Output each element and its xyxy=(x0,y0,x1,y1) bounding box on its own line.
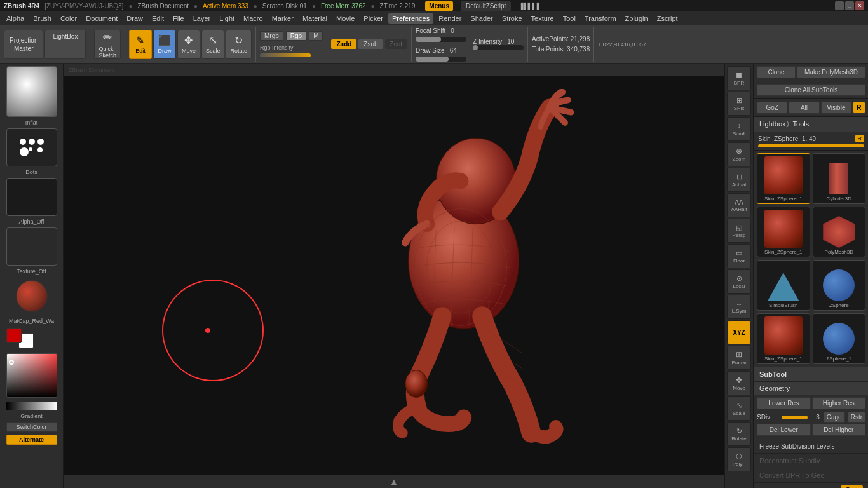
xyz-button[interactable]: XYZ xyxy=(727,320,751,344)
menu-marker[interactable]: Marker xyxy=(268,13,297,24)
switch-color-button[interactable]: SwitchColor xyxy=(6,422,57,432)
bottom-expand-button[interactable]: ▲ xyxy=(390,477,398,487)
smt-button[interactable]: Smt xyxy=(841,485,863,488)
menu-brush[interactable]: Brush xyxy=(29,13,55,24)
lightbox-button[interactable]: LightBox xyxy=(44,30,86,59)
del-lower-button[interactable]: Del Lower xyxy=(757,424,811,436)
visible-button[interactable]: Visible xyxy=(821,102,851,114)
skin-r-button[interactable]: R xyxy=(855,135,865,142)
move-button[interactable]: ✥ Move xyxy=(177,30,200,59)
lower-res-button[interactable]: Lower Res xyxy=(757,397,811,409)
menu-light[interactable]: Light xyxy=(215,13,238,24)
sdiv-slider[interactable] xyxy=(782,416,808,419)
menu-tool[interactable]: Tool xyxy=(559,13,580,24)
menu-material[interactable]: Material xyxy=(299,13,331,24)
aahalf-button[interactable]: AA AAHalf xyxy=(727,193,751,217)
clone-all-button[interactable]: Clone All SubTools xyxy=(757,84,865,96)
m-btn[interactable]: M xyxy=(309,31,323,41)
skin-value-slider[interactable] xyxy=(758,144,864,147)
color-picker[interactable] xyxy=(6,353,57,398)
menu-document[interactable]: Document xyxy=(82,13,121,24)
frame-button[interactable]: ⊞ Frame xyxy=(727,346,751,370)
persp-button[interactable]: ◱ Persp xyxy=(727,219,751,243)
thumb-zsphere[interactable]: ZSphere xyxy=(813,260,866,311)
menu-layer[interactable]: Layer xyxy=(189,13,215,24)
menu-render[interactable]: Render xyxy=(435,13,465,24)
zoom-button[interactable]: ⊕ Zoom xyxy=(727,142,751,166)
higher-res-button[interactable]: Higher Res xyxy=(812,397,866,409)
gradient-bar[interactable] xyxy=(6,402,57,410)
menu-stroke[interactable]: Stroke xyxy=(498,13,526,24)
thumb-polymesh3d[interactable]: PolyMesh3D xyxy=(813,207,866,257)
menu-transform[interactable]: Transform xyxy=(581,13,620,24)
rotate-icon-button[interactable]: ↻ Rotate xyxy=(727,422,751,446)
thumb-zsphere1[interactable]: ZSphere_1 xyxy=(813,313,866,364)
focal-shift-slider[interactable] xyxy=(416,37,466,42)
menu-shader[interactable]: Shader xyxy=(466,13,496,24)
freeze-subdiv-item[interactable]: Freeze SubDivision Levels xyxy=(754,440,868,454)
foreground-color[interactable] xyxy=(6,328,22,343)
goz-button[interactable]: GoZ xyxy=(757,102,787,114)
mrgb-btn[interactable]: Mrgb xyxy=(260,31,283,41)
spix-button[interactable]: ⊞ SPix xyxy=(727,92,751,116)
clone-button[interactable]: Clone xyxy=(757,66,796,78)
polyf-button[interactable]: ⬡ PolyF xyxy=(727,447,751,471)
texture-preview[interactable]: — xyxy=(6,227,57,266)
matcap-preview[interactable] xyxy=(6,277,57,315)
alternate-button[interactable]: Alternate xyxy=(6,435,57,445)
win-min[interactable]: ─ xyxy=(835,1,844,10)
thumb-skin-zsphere1[interactable]: Skin_ZSphere_1 xyxy=(757,153,810,204)
menu-zplugin[interactable]: Zplugin xyxy=(621,13,652,24)
menu-draw[interactable]: Draw xyxy=(123,13,147,24)
subtool-item[interactable]: SubTool xyxy=(754,367,868,382)
win-close[interactable]: ✕ xyxy=(855,1,864,10)
default-zscript[interactable]: DefaultZScript xyxy=(461,1,511,11)
r-button[interactable]: R xyxy=(853,102,865,114)
scale-icon-button[interactable]: ⤡ Scale xyxy=(727,396,751,421)
make-polymesh-button[interactable]: Make PolyMesh3D xyxy=(797,66,865,78)
z-intensity-slider[interactable] xyxy=(473,45,524,50)
menu-preferences[interactable]: Preferences xyxy=(388,13,433,24)
menu-edit[interactable]: Edit xyxy=(148,13,168,24)
menu-texture[interactable]: Texture xyxy=(527,13,558,24)
menu-macro[interactable]: Macro xyxy=(240,13,267,24)
alpha-preview[interactable] xyxy=(6,178,57,216)
move-icon-button[interactable]: ✥ Move xyxy=(727,371,751,395)
menu-picker[interactable]: Picker xyxy=(360,13,387,24)
lsym-button[interactable]: ↔ L.Sym xyxy=(727,295,751,319)
all-button[interactable]: All xyxy=(789,102,819,114)
menu-alpha[interactable]: Alpha xyxy=(3,13,28,24)
rgb-btn[interactable]: Rgb xyxy=(286,31,306,41)
rotate-button[interactable]: ↻ Rotate xyxy=(226,30,252,59)
bpr-button[interactable]: ◼ BPR xyxy=(727,66,751,90)
win-max[interactable]: □ xyxy=(845,1,854,10)
brush-preview[interactable] xyxy=(6,66,57,117)
zsub-button[interactable]: Zsub xyxy=(358,39,383,49)
menu-color[interactable]: Color xyxy=(57,13,81,24)
floor-button[interactable]: ▭ Floor xyxy=(727,244,751,268)
zcut-button[interactable]: Zcut xyxy=(385,39,407,49)
del-higher-button[interactable]: Del Higher xyxy=(812,424,866,436)
scroll-button[interactable]: ↕ Scroll xyxy=(727,117,751,141)
menu-file[interactable]: File xyxy=(169,13,188,24)
thumb-simplebrush[interactable]: SimpleBrush xyxy=(757,260,810,311)
thumb-skin-zsphere1b[interactable]: Skin_ZSphere_1 xyxy=(757,207,810,257)
menus-button[interactable]: Menus xyxy=(425,1,453,11)
cage-button[interactable]: Cage xyxy=(824,412,845,423)
rstr-button[interactable]: Rstr xyxy=(848,412,865,423)
rgb-intensity-slider[interactable] xyxy=(260,53,311,57)
projection-master-button[interactable]: ProjectionMaster xyxy=(4,30,43,59)
actual-button[interactable]: ⊟ Actual xyxy=(727,168,751,192)
menu-zscript[interactable]: Zscript xyxy=(653,13,682,24)
edit-button[interactable]: ✎ Edit xyxy=(129,30,152,59)
quick-sketch-button[interactable]: ✏ QuickSketch xyxy=(94,30,121,59)
zadd-button[interactable]: Zadd xyxy=(331,39,356,49)
lightbox-tools-header[interactable]: Lightbox》Tools xyxy=(754,117,868,132)
geometry-header[interactable]: Geometry xyxy=(754,382,868,395)
dots-preview[interactable] xyxy=(6,128,57,166)
draw-button[interactable]: ⬛ Draw xyxy=(153,30,176,59)
canvas-viewport[interactable] xyxy=(64,76,724,475)
menu-movie[interactable]: Movie xyxy=(332,13,358,24)
scale-button[interactable]: ⤡ Scale xyxy=(201,30,225,59)
local-button[interactable]: ⊙ Local xyxy=(727,269,751,294)
